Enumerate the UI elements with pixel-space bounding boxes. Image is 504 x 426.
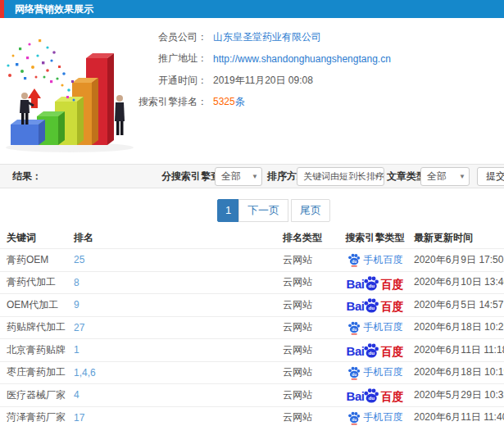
filter-bar: 结果： 分搜索引擎查看 全部▼ 排序方式 关键词由短到长排序▼ 文章类型 全部▼…	[0, 164, 504, 188]
article-type-value: 全部	[427, 170, 447, 182]
baidu-paw-icon: du	[347, 410, 361, 425]
header-rank: 排名	[74, 231, 283, 245]
svg-text:du: du	[369, 396, 375, 401]
mobile-baidu-logo: du 手机百度	[347, 365, 403, 380]
baidu-paw-icon: du	[363, 342, 379, 359]
engine-cell: du 手机百度	[336, 252, 414, 267]
info-section: 会员公司： 山东皇圣堂药业有限公司 推广地址： http://www.shand…	[0, 25, 504, 160]
table-row: 膏药OEM 25 云网站 du 手机百度 2020年6月9日 17:50	[0, 248, 504, 271]
updated-cell: 2020年5月29日 10:32	[414, 388, 504, 402]
rank-cell: 8	[74, 277, 283, 288]
keyword-cell: 医疗器械厂家	[0, 388, 74, 402]
rank-count-unit: 条	[235, 96, 245, 107]
rank-type-cell: 云网站	[283, 388, 336, 402]
baidu-logo-brand: 百度	[380, 391, 403, 402]
baidu-logo-bai: Bai	[347, 278, 365, 290]
baidu-paw-icon: du	[347, 252, 361, 267]
table-row: 菏泽膏药厂家 17 云网站 du 手机百度 2020年6月11日 11:40	[0, 406, 504, 426]
baidu-paw-icon: du	[363, 275, 379, 292]
table-row: 北京膏药贴牌 1 云网站 Bai du 百度 2020年6月11日 11:18	[0, 338, 504, 361]
updated-cell: 2020年6月9日 17:50	[414, 253, 504, 267]
rank-link[interactable]: 25	[74, 254, 84, 265]
mobile-baidu-label: 手机百度	[364, 410, 403, 424]
engine-cell: Bai du 百度	[336, 297, 414, 312]
last-page-button[interactable]: 尾页	[291, 199, 330, 222]
updated-cell: 2020年6月18日 10:19	[414, 365, 504, 379]
rank-link[interactable]: 17	[74, 412, 84, 424]
field-promo-url: 推广地址： http://www.shandonghuangshengtang.…	[123, 48, 391, 70]
updated-cell: 2020年6月11日 11:40	[414, 410, 504, 424]
member-company-link[interactable]: 山东皇圣堂药业有限公司	[213, 30, 321, 44]
table-row: 药贴牌代加工 27 云网站 du 手机百度 2020年6月18日 10:25	[0, 316, 504, 339]
member-company-label: 会员公司：	[123, 30, 207, 44]
header-accent-strip	[0, 0, 4, 18]
submit-button[interactable]: 提交	[477, 167, 504, 186]
updated-cell: 2020年6月5日 14:57	[414, 298, 504, 312]
rank-link[interactable]: 1,4,6	[74, 367, 96, 378]
engine-cell: Bai du 百度	[336, 275, 414, 290]
open-time-value: 2019年11月20日 09:08	[213, 74, 313, 88]
updated-cell: 2020年6月11日 11:18	[414, 343, 504, 357]
table-header-row: 关键词 排名 排名类型 搜索引擎类型 最新更新时间	[0, 228, 504, 248]
pagination: 1 下一页 尾页	[217, 199, 330, 222]
baidu-logo: Bai du 百度	[347, 297, 404, 312]
header-updated: 最新更新时间	[414, 231, 504, 245]
rank-cell: 25	[74, 254, 283, 265]
mobile-baidu-logo: du 手机百度	[347, 320, 403, 335]
confetti	[7, 39, 75, 102]
rank-link[interactable]: 8	[74, 277, 79, 288]
next-page-button[interactable]: 下一页	[238, 199, 288, 222]
baidu-logo-bai: Bai	[347, 390, 365, 402]
svg-text:du: du	[352, 373, 356, 377]
engine-cell: du 手机百度	[336, 410, 414, 425]
up-arrow	[28, 88, 41, 108]
rank-link[interactable]: 9	[74, 299, 79, 310]
keyword-cell: 膏药代加工	[0, 275, 74, 289]
engine-cell: du 手机百度	[336, 365, 414, 380]
baidu-paw-icon: du	[363, 387, 379, 404]
rank-type-cell: 云网站	[283, 320, 336, 334]
sort-filter-select[interactable]: 关键词由短到长排序▼	[297, 167, 384, 186]
rank-type-cell: 云网站	[283, 253, 336, 267]
account-info-fields: 会员公司： 山东皇圣堂药业有限公司 推广地址： http://www.shand…	[123, 26, 391, 113]
baidu-logo-bai: Bai	[347, 300, 365, 312]
engine-cell: Bai du 百度	[336, 387, 414, 402]
results-table: 关键词 排名 排名类型 搜索引擎类型 最新更新时间 膏药OEM 25 云网站 d…	[0, 228, 504, 426]
baidu-logo: Bai du 百度	[347, 342, 404, 357]
rank-type-cell: 云网站	[283, 275, 336, 289]
chevron-down-icon: ▼	[459, 168, 465, 185]
engine-filter-value: 全部	[221, 170, 241, 182]
keyword-cell: 药贴牌代加工	[0, 320, 74, 334]
svg-text:du: du	[369, 283, 375, 288]
page-1-button[interactable]: 1	[217, 199, 239, 222]
sort-filter-value: 关键词由短到长排序	[303, 171, 384, 181]
baidu-logo: Bai du 百度	[347, 275, 404, 290]
rank-link[interactable]: 27	[74, 322, 84, 333]
engine-rank-count-value: 5325条	[213, 95, 245, 109]
rank-link[interactable]: 4	[74, 389, 79, 401]
baidu-logo-bai: Bai	[347, 345, 365, 357]
promo-url-link[interactable]: http://www.shandonghuangshengtang.cn	[213, 53, 391, 65]
updated-cell: 2020年6月18日 10:25	[414, 320, 504, 334]
keyword-cell: 枣庄膏药加工	[0, 365, 74, 379]
article-type-select[interactable]: 全部▼	[420, 167, 470, 186]
field-open-time: 开通时间： 2019年11月20日 09:08	[123, 70, 391, 92]
rank-cell: 17	[74, 412, 283, 424]
mobile-baidu-logo: du 手机百度	[347, 252, 403, 267]
keyword-cell: 菏泽膏药厂家	[0, 410, 74, 424]
chevron-down-icon: ▼	[374, 168, 380, 185]
result-label: 结果：	[12, 165, 42, 188]
rank-type-cell: 云网站	[283, 343, 336, 357]
rank-link[interactable]: 1	[74, 344, 79, 356]
open-time-label: 开通时间：	[123, 74, 207, 88]
page: 网络营销效果展示	[0, 0, 504, 426]
table-body: 膏药OEM 25 云网站 du 手机百度 2020年6月9日 17:50 膏药代…	[0, 248, 504, 426]
baidu-logo-brand: 百度	[380, 301, 403, 312]
svg-text:du: du	[369, 306, 375, 311]
engine-cell: Bai du 百度	[336, 342, 414, 357]
rank-count-number: 5325	[213, 96, 235, 107]
engine-filter-select[interactable]: 全部▼	[215, 167, 262, 186]
mobile-baidu-logo: du 手机百度	[347, 410, 403, 425]
rank-type-cell: 云网站	[283, 365, 336, 379]
rank-cell: 1	[74, 344, 283, 356]
